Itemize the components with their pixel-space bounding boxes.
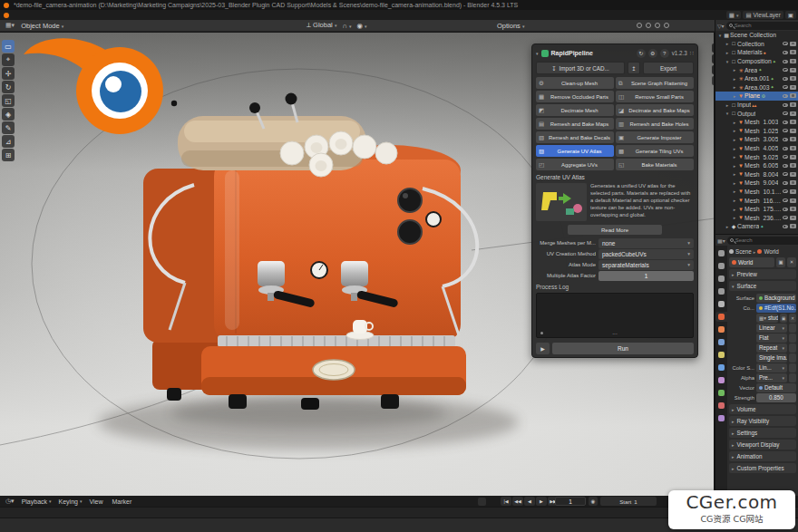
render-visibility-toggle[interactable] xyxy=(790,163,796,168)
import-button[interactable]: ↧ Import 3D or CAD... xyxy=(536,62,625,74)
read-more-button[interactable]: Read More xyxy=(568,225,662,235)
eye-visibility-toggle[interactable] xyxy=(783,138,788,141)
pipeline-action-button[interactable]: ▥ Remesh and Bake Holes xyxy=(616,118,694,130)
outliner-row[interactable]: ▸ ✳ Area ✦ xyxy=(715,65,798,74)
open-image-button[interactable]: ▣ xyxy=(780,314,787,323)
tool-button[interactable]: ⌖ xyxy=(2,53,15,66)
render-visibility-toggle[interactable] xyxy=(790,42,796,46)
properties-editor-icon[interactable]: ▦▾ xyxy=(717,237,725,244)
properties-tab[interactable] xyxy=(715,413,727,423)
properties-tab[interactable] xyxy=(715,286,727,296)
settings-gear-button[interactable]: ⚙ xyxy=(648,49,657,58)
render-visibility-toggle[interactable] xyxy=(790,50,796,54)
eye-visibility-toggle[interactable] xyxy=(783,198,788,202)
eye-visibility-toggle[interactable] xyxy=(783,208,788,211)
collapsed-section-header[interactable]: ▸Volume xyxy=(729,404,796,414)
properties-tab[interactable] xyxy=(715,274,727,284)
filter-funnel-icon[interactable]: ▽▾ xyxy=(717,23,725,29)
tool-button[interactable]: ⊿ xyxy=(2,135,15,148)
outliner-row[interactable]: ▸ □ Materials ● xyxy=(715,48,798,57)
transport-button[interactable]: ◀ xyxy=(524,497,535,506)
copy-datablock-button[interactable]: ▣ xyxy=(776,257,785,267)
collapsed-section-header[interactable]: ▸Animation xyxy=(729,451,796,461)
eye-visibility-toggle[interactable] xyxy=(783,42,788,45)
unlink-datablock-button[interactable]: ✕ xyxy=(787,257,796,267)
orientation-selector[interactable]: ⟂ Global ▾ xyxy=(307,21,336,30)
properties-tab[interactable] xyxy=(715,401,727,411)
outliner-search-input[interactable] xyxy=(735,23,798,28)
pipeline-action-button[interactable]: ⧉ Scene Graph Flattening xyxy=(616,77,694,89)
render-visibility-toggle[interactable] xyxy=(790,93,796,98)
timeline-menu[interactable]: Playback▾ xyxy=(22,498,52,505)
properties-search-input[interactable] xyxy=(735,237,798,243)
3d-viewport[interactable]: ▭⌖✢↻◱◈✎⊿⊞ ▾ RapidPipeline ↻ ⚙ ? v1.2.3 ∷… xyxy=(0,33,715,496)
frame-start-field[interactable]: Start1 xyxy=(600,497,657,506)
sidebar-tab[interactable] xyxy=(712,65,714,74)
vector-field[interactable]: Default xyxy=(756,383,796,392)
render-visibility-toggle[interactable] xyxy=(790,120,796,124)
properties-tab[interactable] xyxy=(715,388,727,398)
outliner-row[interactable]: ▸ ✳ Area.003 ✦ xyxy=(715,83,798,92)
timeline-menu[interactable]: Keying▾ xyxy=(59,498,83,505)
view-layer-new-button[interactable]: ▣ xyxy=(785,11,796,19)
transport-button[interactable]: |◀ xyxy=(501,497,511,506)
outliner-row[interactable]: ▸ ▼ Mesh_8.004 xyxy=(715,170,798,179)
export-button[interactable]: Export xyxy=(643,62,694,74)
preview-section-header[interactable]: ▸Preview xyxy=(729,269,796,279)
eye-visibility-toggle[interactable] xyxy=(783,189,788,193)
sidebar-tab[interactable] xyxy=(712,44,714,53)
outliner-search[interactable] xyxy=(726,22,798,30)
render-visibility-toggle[interactable] xyxy=(790,198,796,203)
unlink-image-button[interactable]: ✕ xyxy=(789,314,796,323)
option-dropdown[interactable]: Lin...▾ xyxy=(756,363,787,372)
outliner-row[interactable]: ▸ ▼ Mesh_3.005 xyxy=(715,135,798,144)
eye-visibility-toggle[interactable] xyxy=(783,147,788,150)
collapsed-section-header[interactable]: ▸Ray Visibility xyxy=(729,416,796,426)
render-visibility-toggle[interactable] xyxy=(790,85,796,90)
eye-visibility-toggle[interactable] xyxy=(783,60,788,63)
pipeline-action-button[interactable]: ▨ Generate UV Atlas xyxy=(536,145,614,157)
transport-button[interactable]: ◀◀ xyxy=(512,497,523,506)
image-datablock-selector[interactable]: ▦▾ studio... xyxy=(756,314,778,323)
render-visibility-toggle[interactable] xyxy=(790,129,796,133)
pipeline-action-button[interactable]: ▧ Remesh and Bake Decals xyxy=(536,131,614,143)
surface-section-header[interactable]: ▾Surface xyxy=(729,281,796,291)
outliner-row[interactable]: ▸ ▼ Mesh_6.005 xyxy=(715,161,798,170)
setting-value-field[interactable]: separateMaterials▾ xyxy=(598,260,694,270)
proportional-editing-icon[interactable]: ◉ ▾ xyxy=(356,22,366,30)
properties-tab[interactable] xyxy=(715,324,727,334)
outliner-row[interactable]: ▸ ▼ Mesh_1.003 xyxy=(715,118,798,127)
eye-visibility-toggle[interactable] xyxy=(783,164,788,168)
outliner-row[interactable]: ▾ □ Composition ✦ xyxy=(715,57,798,66)
outliner-row[interactable]: ▸ □ Input ▴▴ xyxy=(715,101,798,110)
pipeline-action-button[interactable]: ▤ Remesh and Bake Maps xyxy=(536,118,614,130)
eye-visibility-toggle[interactable] xyxy=(783,121,788,124)
pipeline-action-button[interactable]: ▦ Remove Occluded Parts xyxy=(536,91,614,102)
editor-type-icon[interactable]: ▦▾ xyxy=(5,22,15,29)
properties-tab[interactable] xyxy=(715,312,727,322)
auto-keying-icon[interactable] xyxy=(478,498,486,506)
outliner-row[interactable]: ▸ ▼ Mesh_9.004 xyxy=(715,179,798,188)
snap-magnet-icon[interactable]: ∩ ▾ xyxy=(342,22,351,30)
tool-button[interactable]: ✢ xyxy=(2,67,15,80)
eye-visibility-toggle[interactable] xyxy=(783,77,788,81)
eye-visibility-toggle[interactable] xyxy=(783,111,788,115)
render-visibility-toggle[interactable] xyxy=(790,172,796,177)
option-extra-button[interactable] xyxy=(789,353,796,363)
properties-tab[interactable] xyxy=(715,350,727,360)
collapsed-section-header[interactable]: ▸Settings xyxy=(729,428,796,438)
render-visibility-toggle[interactable] xyxy=(790,102,796,107)
pipeline-action-button[interactable]: ◩ Decimate Mesh xyxy=(536,104,614,116)
mode-selector[interactable]: Object Mode ▾ xyxy=(21,22,63,30)
render-visibility-toggle[interactable] xyxy=(790,137,796,141)
tool-button[interactable]: ⊞ xyxy=(2,149,15,161)
outliner-row[interactable]: ▸ ◆ Camera ✦ xyxy=(715,222,798,231)
outliner-row[interactable]: ▸ ▼ Mesh_116.017 xyxy=(715,196,798,205)
outliner-row[interactable]: ▸ ▼ Mesh_175.017 xyxy=(715,205,798,214)
outliner-row[interactable]: ▸ ▼ Mesh_1.025 xyxy=(715,127,798,136)
render-visibility-toggle[interactable] xyxy=(790,155,796,160)
surface-shader-field[interactable]: Background xyxy=(756,294,796,303)
sidebar-tab[interactable] xyxy=(712,76,714,85)
eye-visibility-toggle[interactable] xyxy=(783,129,788,132)
drag-grip-icon[interactable]: ∷ xyxy=(690,50,694,57)
